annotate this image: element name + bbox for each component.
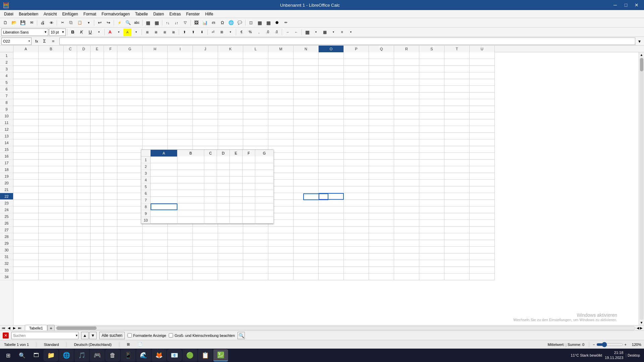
cell-M5[interactable] xyxy=(268,79,293,86)
cell-C22[interactable] xyxy=(64,193,77,200)
col-header-R[interactable]: R xyxy=(394,46,419,52)
cell-J1[interactable] xyxy=(193,52,218,59)
row-34[interactable]: 34 xyxy=(0,274,13,280)
row-22[interactable]: 22 xyxy=(0,193,13,200)
cell-L28[interactable] xyxy=(243,233,268,240)
cell-S4[interactable] xyxy=(419,72,444,79)
cell-J7[interactable] xyxy=(193,93,218,99)
cell-H4[interactable] xyxy=(143,72,168,79)
undo-button[interactable]: ↩ xyxy=(96,19,104,26)
bg-color-button[interactable]: ▦ xyxy=(321,28,329,36)
cell-C31[interactable] xyxy=(64,253,77,260)
cell-R18[interactable] xyxy=(394,166,419,173)
cell-E6[interactable] xyxy=(91,86,104,93)
cell-K1[interactable] xyxy=(218,52,243,59)
emb-cell-G10[interactable] xyxy=(255,217,274,224)
vscroll-thumb[interactable] xyxy=(640,58,643,71)
cell-M27[interactable] xyxy=(268,227,293,233)
cell-G22[interactable] xyxy=(117,193,143,200)
cell-R34[interactable] xyxy=(394,274,419,280)
emb-cell-F2[interactable] xyxy=(243,163,255,170)
cell-R19[interactable] xyxy=(394,173,419,180)
cell-Q12[interactable] xyxy=(369,126,394,133)
cell-F4[interactable] xyxy=(104,72,117,79)
cell-A14[interactable] xyxy=(13,139,39,146)
cell-Q19[interactable] xyxy=(369,173,394,180)
cell-T8[interactable] xyxy=(444,99,470,106)
cell-J4[interactable] xyxy=(193,72,218,79)
cell-S19[interactable] xyxy=(419,173,444,180)
cell-A28[interactable] xyxy=(13,233,39,240)
cell-D31[interactable] xyxy=(77,253,91,260)
cell-F33[interactable] xyxy=(104,267,117,274)
row-30[interactable]: 30 xyxy=(0,247,13,253)
cell-D30[interactable] xyxy=(77,247,91,253)
cell-Q3[interactable] xyxy=(369,66,394,72)
cell-A15[interactable] xyxy=(13,146,39,153)
cell-S14[interactable] xyxy=(419,139,444,146)
cell-H11[interactable] xyxy=(143,119,168,126)
cell-B27[interactable] xyxy=(39,227,64,233)
align-bottom-button[interactable]: ⬇ xyxy=(198,28,206,36)
cell-S17[interactable] xyxy=(419,160,444,166)
hscroll-right-button[interactable]: ▶ xyxy=(640,326,643,330)
cell-K29[interactable] xyxy=(218,240,243,247)
cell-S30[interactable] xyxy=(419,247,444,253)
cell-G25[interactable] xyxy=(117,213,143,220)
cell-M1[interactable] xyxy=(268,52,293,59)
cell-F6[interactable] xyxy=(104,86,117,93)
cell-F32[interactable] xyxy=(104,260,117,267)
cell-R1[interactable] xyxy=(394,52,419,59)
col-header-N[interactable]: N xyxy=(293,46,319,52)
menu-format[interactable]: Format xyxy=(81,11,99,17)
cell-Q30[interactable] xyxy=(369,247,394,253)
cell-G20[interactable] xyxy=(117,180,143,186)
paste-special-button[interactable]: ▾ xyxy=(85,19,93,26)
save-button[interactable]: 💾 xyxy=(19,19,27,26)
cell-Q6[interactable] xyxy=(369,86,394,93)
row-14[interactable]: 14 xyxy=(0,139,13,146)
cell-A31[interactable] xyxy=(13,253,39,260)
cell-E23[interactable] xyxy=(91,200,104,206)
emb-cell-G6[interactable] xyxy=(255,190,274,197)
cell-B29[interactable] xyxy=(39,240,64,247)
cell-E33[interactable] xyxy=(91,267,104,274)
row-26[interactable]: 26 xyxy=(0,220,13,227)
cell-O12[interactable] xyxy=(319,126,344,133)
cell-A8[interactable] xyxy=(13,99,39,106)
cell-E30[interactable] xyxy=(91,247,104,253)
add-decimal-button[interactable]: .0 xyxy=(264,28,272,36)
cell-O4[interactable] xyxy=(319,72,344,79)
cell-D18[interactable] xyxy=(77,166,91,173)
cell-S25[interactable] xyxy=(419,213,444,220)
cell-N5[interactable] xyxy=(293,79,319,86)
cell-T28[interactable] xyxy=(444,233,470,240)
cell-G29[interactable] xyxy=(117,240,143,247)
cell-U3[interactable] xyxy=(470,66,495,72)
cell-F34[interactable] xyxy=(104,274,117,280)
emb-col-header-C[interactable]: C xyxy=(204,150,217,157)
cell-H2[interactable] xyxy=(143,59,168,66)
cell-R24[interactable] xyxy=(394,206,419,213)
cell-N33[interactable] xyxy=(293,267,319,274)
cell-J32[interactable] xyxy=(193,260,218,267)
row-29[interactable]: 29 xyxy=(0,240,13,247)
cell-N26[interactable] xyxy=(293,220,319,227)
search-close-button[interactable]: ✕ xyxy=(3,333,9,339)
cell-O18[interactable] xyxy=(319,166,344,173)
cell-Q9[interactable] xyxy=(369,106,394,113)
hyperlink-button[interactable]: ⚡ xyxy=(115,19,123,26)
cell-M12[interactable] xyxy=(268,126,293,133)
cell-L27[interactable] xyxy=(243,227,268,233)
cut-button[interactable]: ✂ xyxy=(58,19,66,26)
cell-K33[interactable] xyxy=(218,267,243,274)
emb-cell-B1[interactable] xyxy=(177,157,204,163)
cell-L8[interactable] xyxy=(243,99,268,106)
cell-J5[interactable] xyxy=(193,79,218,86)
emb-cell-A2[interactable] xyxy=(151,163,177,170)
cell-F24[interactable] xyxy=(104,206,117,213)
emb-cell-B9[interactable] xyxy=(177,210,204,217)
emb-cell-B4[interactable] xyxy=(177,177,204,183)
cell-E8[interactable] xyxy=(91,99,104,106)
cell-H14[interactable] xyxy=(143,139,168,146)
